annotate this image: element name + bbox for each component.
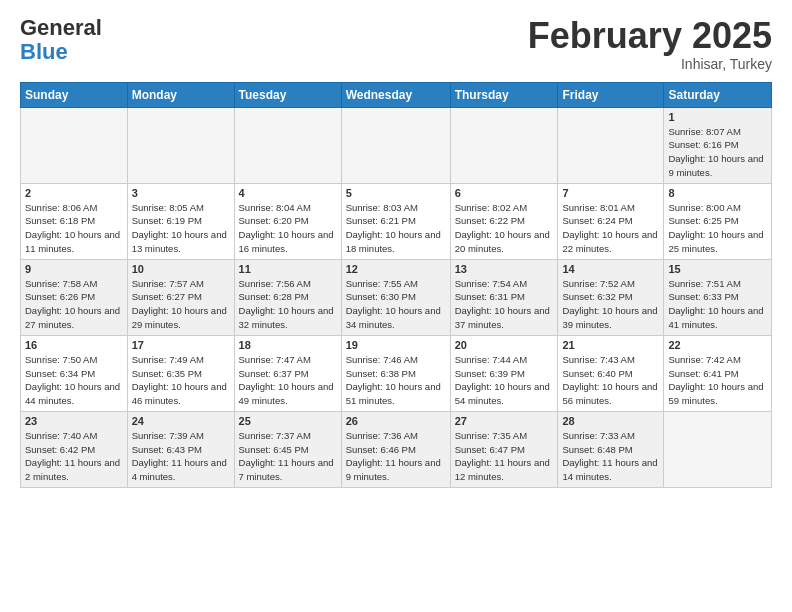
- calendar-day-cell: [450, 107, 558, 183]
- day-info: Sunrise: 7:35 AMSunset: 6:47 PMDaylight:…: [455, 429, 554, 484]
- calendar-day-cell: 23Sunrise: 7:40 AMSunset: 6:42 PMDayligh…: [21, 411, 128, 487]
- calendar-day-cell: 10Sunrise: 7:57 AMSunset: 6:27 PMDayligh…: [127, 259, 234, 335]
- day-number: 24: [132, 415, 230, 427]
- calendar-week-row: 9Sunrise: 7:58 AMSunset: 6:26 PMDaylight…: [21, 259, 772, 335]
- calendar-day-cell: 18Sunrise: 7:47 AMSunset: 6:37 PMDayligh…: [234, 335, 341, 411]
- day-info: Sunrise: 7:46 AMSunset: 6:38 PMDaylight:…: [346, 353, 446, 408]
- calendar-day-cell: 14Sunrise: 7:52 AMSunset: 6:32 PMDayligh…: [558, 259, 664, 335]
- calendar-day-cell: [664, 411, 772, 487]
- day-number: 12: [346, 263, 446, 275]
- day-number: 22: [668, 339, 767, 351]
- day-number: 10: [132, 263, 230, 275]
- day-number: 23: [25, 415, 123, 427]
- day-info: Sunrise: 7:37 AMSunset: 6:45 PMDaylight:…: [239, 429, 337, 484]
- day-number: 1: [668, 111, 767, 123]
- day-info: Sunrise: 8:02 AMSunset: 6:22 PMDaylight:…: [455, 201, 554, 256]
- day-number: 17: [132, 339, 230, 351]
- day-number: 20: [455, 339, 554, 351]
- calendar-day-cell: 25Sunrise: 7:37 AMSunset: 6:45 PMDayligh…: [234, 411, 341, 487]
- calendar-day-cell: 12Sunrise: 7:55 AMSunset: 6:30 PMDayligh…: [341, 259, 450, 335]
- calendar-day-cell: [341, 107, 450, 183]
- calendar-week-row: 23Sunrise: 7:40 AMSunset: 6:42 PMDayligh…: [21, 411, 772, 487]
- day-info: Sunrise: 7:50 AMSunset: 6:34 PMDaylight:…: [25, 353, 123, 408]
- day-info: Sunrise: 8:01 AMSunset: 6:24 PMDaylight:…: [562, 201, 659, 256]
- calendar-day-cell: 9Sunrise: 7:58 AMSunset: 6:26 PMDaylight…: [21, 259, 128, 335]
- page: General Blue February 2025 Inhisar, Turk…: [0, 0, 792, 498]
- day-number: 3: [132, 187, 230, 199]
- day-number: 4: [239, 187, 337, 199]
- day-info: Sunrise: 7:49 AMSunset: 6:35 PMDaylight:…: [132, 353, 230, 408]
- day-info: Sunrise: 7:56 AMSunset: 6:28 PMDaylight:…: [239, 277, 337, 332]
- day-number: 6: [455, 187, 554, 199]
- day-info: Sunrise: 7:42 AMSunset: 6:41 PMDaylight:…: [668, 353, 767, 408]
- calendar-day-cell: 3Sunrise: 8:05 AMSunset: 6:19 PMDaylight…: [127, 183, 234, 259]
- day-number: 7: [562, 187, 659, 199]
- day-info: Sunrise: 7:52 AMSunset: 6:32 PMDaylight:…: [562, 277, 659, 332]
- day-number: 19: [346, 339, 446, 351]
- day-info: Sunrise: 7:33 AMSunset: 6:48 PMDaylight:…: [562, 429, 659, 484]
- calendar-day-cell: 4Sunrise: 8:04 AMSunset: 6:20 PMDaylight…: [234, 183, 341, 259]
- calendar-day-cell: 27Sunrise: 7:35 AMSunset: 6:47 PMDayligh…: [450, 411, 558, 487]
- calendar-day-cell: 24Sunrise: 7:39 AMSunset: 6:43 PMDayligh…: [127, 411, 234, 487]
- day-number: 8: [668, 187, 767, 199]
- day-number: 25: [239, 415, 337, 427]
- logo-blue: Blue: [20, 39, 68, 64]
- calendar-day-cell: 11Sunrise: 7:56 AMSunset: 6:28 PMDayligh…: [234, 259, 341, 335]
- day-header-friday: Friday: [558, 82, 664, 107]
- header: General Blue February 2025 Inhisar, Turk…: [20, 16, 772, 72]
- day-number: 26: [346, 415, 446, 427]
- calendar-day-cell: 6Sunrise: 8:02 AMSunset: 6:22 PMDaylight…: [450, 183, 558, 259]
- day-number: 9: [25, 263, 123, 275]
- day-info: Sunrise: 8:04 AMSunset: 6:20 PMDaylight:…: [239, 201, 337, 256]
- day-number: 5: [346, 187, 446, 199]
- logo: General Blue: [20, 16, 102, 64]
- calendar-day-cell: [234, 107, 341, 183]
- day-header-saturday: Saturday: [664, 82, 772, 107]
- day-info: Sunrise: 7:36 AMSunset: 6:46 PMDaylight:…: [346, 429, 446, 484]
- day-info: Sunrise: 7:43 AMSunset: 6:40 PMDaylight:…: [562, 353, 659, 408]
- day-info: Sunrise: 7:47 AMSunset: 6:37 PMDaylight:…: [239, 353, 337, 408]
- day-number: 16: [25, 339, 123, 351]
- calendar-day-cell: 28Sunrise: 7:33 AMSunset: 6:48 PMDayligh…: [558, 411, 664, 487]
- calendar-day-cell: 21Sunrise: 7:43 AMSunset: 6:40 PMDayligh…: [558, 335, 664, 411]
- day-number: 14: [562, 263, 659, 275]
- calendar-day-cell: 20Sunrise: 7:44 AMSunset: 6:39 PMDayligh…: [450, 335, 558, 411]
- calendar-week-row: 1Sunrise: 8:07 AMSunset: 6:16 PMDaylight…: [21, 107, 772, 183]
- calendar-day-cell: 8Sunrise: 8:00 AMSunset: 6:25 PMDaylight…: [664, 183, 772, 259]
- day-number: 28: [562, 415, 659, 427]
- calendar-day-cell: 17Sunrise: 7:49 AMSunset: 6:35 PMDayligh…: [127, 335, 234, 411]
- day-info: Sunrise: 8:07 AMSunset: 6:16 PMDaylight:…: [668, 125, 767, 180]
- calendar-week-row: 2Sunrise: 8:06 AMSunset: 6:18 PMDaylight…: [21, 183, 772, 259]
- day-number: 15: [668, 263, 767, 275]
- calendar-day-cell: 19Sunrise: 7:46 AMSunset: 6:38 PMDayligh…: [341, 335, 450, 411]
- calendar-week-row: 16Sunrise: 7:50 AMSunset: 6:34 PMDayligh…: [21, 335, 772, 411]
- day-number: 2: [25, 187, 123, 199]
- day-number: 11: [239, 263, 337, 275]
- logo-general: General: [20, 15, 102, 40]
- day-number: 13: [455, 263, 554, 275]
- calendar-day-cell: 22Sunrise: 7:42 AMSunset: 6:41 PMDayligh…: [664, 335, 772, 411]
- day-info: Sunrise: 7:44 AMSunset: 6:39 PMDaylight:…: [455, 353, 554, 408]
- calendar-day-cell: 2Sunrise: 8:06 AMSunset: 6:18 PMDaylight…: [21, 183, 128, 259]
- calendar-table: SundayMondayTuesdayWednesdayThursdayFrid…: [20, 82, 772, 488]
- month-title: February 2025: [528, 16, 772, 56]
- calendar-day-cell: [127, 107, 234, 183]
- calendar-header-row: SundayMondayTuesdayWednesdayThursdayFrid…: [21, 82, 772, 107]
- day-header-sunday: Sunday: [21, 82, 128, 107]
- day-info: Sunrise: 8:05 AMSunset: 6:19 PMDaylight:…: [132, 201, 230, 256]
- calendar-day-cell: 5Sunrise: 8:03 AMSunset: 6:21 PMDaylight…: [341, 183, 450, 259]
- day-header-thursday: Thursday: [450, 82, 558, 107]
- day-info: Sunrise: 7:51 AMSunset: 6:33 PMDaylight:…: [668, 277, 767, 332]
- calendar-day-cell: 1Sunrise: 8:07 AMSunset: 6:16 PMDaylight…: [664, 107, 772, 183]
- calendar-day-cell: [558, 107, 664, 183]
- day-info: Sunrise: 7:55 AMSunset: 6:30 PMDaylight:…: [346, 277, 446, 332]
- calendar-day-cell: 16Sunrise: 7:50 AMSunset: 6:34 PMDayligh…: [21, 335, 128, 411]
- day-header-wednesday: Wednesday: [341, 82, 450, 107]
- day-number: 21: [562, 339, 659, 351]
- location: Inhisar, Turkey: [528, 56, 772, 72]
- day-info: Sunrise: 7:58 AMSunset: 6:26 PMDaylight:…: [25, 277, 123, 332]
- day-info: Sunrise: 7:54 AMSunset: 6:31 PMDaylight:…: [455, 277, 554, 332]
- day-info: Sunrise: 7:40 AMSunset: 6:42 PMDaylight:…: [25, 429, 123, 484]
- day-number: 27: [455, 415, 554, 427]
- day-info: Sunrise: 7:39 AMSunset: 6:43 PMDaylight:…: [132, 429, 230, 484]
